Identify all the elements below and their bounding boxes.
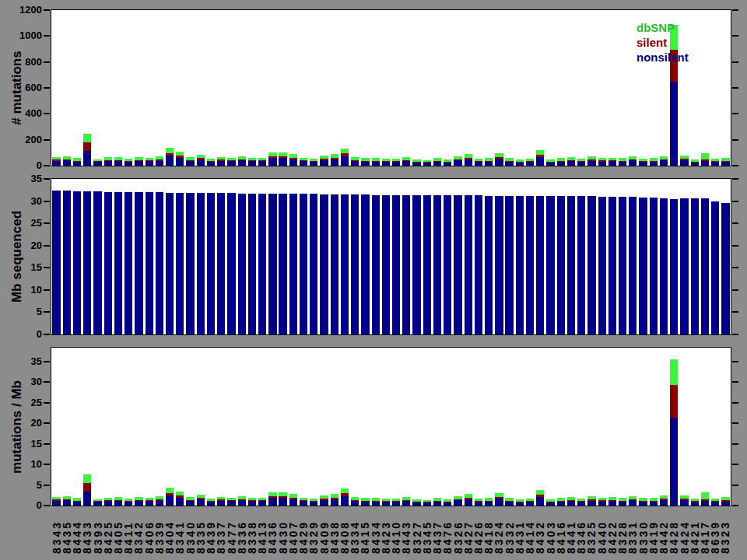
- y-tick: [732, 139, 738, 141]
- y-tick-label: 10: [2, 284, 42, 296]
- bar-segment-nonsilent-8404: [166, 156, 174, 166]
- bar-segment-nonsilent-8427: [465, 499, 472, 506]
- bar-segment-silent-8427: [465, 498, 472, 499]
- bar-segment-Mb sequenced-8343: [52, 191, 60, 334]
- bar-segment-dbSNP-8332: [505, 498, 513, 500]
- bar-segment-nonsilent-8334: [351, 501, 359, 506]
- y-tick: [44, 201, 50, 202]
- bar-segment-nonsilent-8405: [114, 161, 122, 166]
- bar-segment-dbSNP-8331: [629, 156, 637, 159]
- bar-segment-dbSNP-8406: [146, 158, 153, 160]
- bar-segment-silent-8440: [598, 160, 606, 161]
- bar-segment-silent-8340: [186, 160, 194, 161]
- bar-segment-dbSNP-8477: [227, 158, 235, 160]
- bar-segment-dbSNP-8332: [505, 158, 513, 160]
- bar-segment-silent-8340: [186, 500, 194, 501]
- bar-segment-nonsilent-8404: [166, 495, 174, 506]
- bar-segment-dbSNP-8416: [557, 498, 565, 500]
- bar-segment-nonsilent-8407: [289, 159, 297, 166]
- bar-segment-silent-8334: [351, 160, 359, 161]
- bar-segment-dbSNP-8414: [526, 159, 534, 161]
- bar-segment-nonsilent-8436: [268, 498, 276, 506]
- bar-segment-Mb sequenced-8428: [670, 199, 678, 334]
- bar-segment-Mb sequenced-8429: [300, 194, 307, 334]
- bar-segment-silent-8331: [629, 499, 637, 500]
- bar-segment-Mb sequenced-8409: [320, 194, 328, 334]
- bar-segment-dbSNP-8430: [279, 152, 286, 156]
- bar-segment-silent-8407: [289, 498, 297, 499]
- bar-segment-Mb sequenced-8340: [186, 193, 194, 334]
- y-tick: [732, 165, 738, 166]
- bar-segment-nonsilent-8429: [300, 161, 307, 166]
- bar-segment-nonsilent-8329: [310, 162, 317, 166]
- bar-segment-dbSNP-8342: [135, 157, 142, 160]
- bar-segment-nonsilent-8439: [207, 502, 215, 506]
- bar-segment-nonsilent-8435: [63, 500, 71, 506]
- bar-segment-silent-8477: [227, 500, 235, 501]
- bar-segment-silent-8443: [402, 500, 410, 501]
- bar-segment-nonsilent-8434: [372, 502, 380, 506]
- bar-segment-Mb sequenced-8422: [608, 197, 616, 334]
- bar-segment-Mb sequenced-8404: [166, 193, 174, 334]
- bar-segment-silent-8325: [587, 499, 595, 500]
- bar-segment-Mb sequenced-8442: [660, 198, 668, 334]
- bar-segment-nonsilent-8343: [52, 501, 60, 506]
- bar-segment-nonsilent-8328: [619, 162, 626, 166]
- bar-segment-nonsilent-8415: [361, 502, 369, 506]
- bar-segment-dbSNP-8424: [680, 156, 688, 159]
- bar-segment-nonsilent-8430: [279, 498, 286, 506]
- bar-segment-dbSNP-8393: [93, 159, 101, 162]
- bar-segment-Mb sequenced-8438: [331, 194, 338, 334]
- bar-segment-nonsilent-8477: [227, 161, 235, 166]
- bar-segment-nonsilent-8414: [526, 162, 534, 166]
- bar-segment-Mb sequenced-8426: [475, 195, 482, 334]
- bar-segment-dbSNP-8327: [412, 499, 420, 502]
- bar-segment-silent-8330: [639, 161, 647, 162]
- bar-segment-nonsilent-8421: [691, 502, 699, 506]
- bar-segment-nonsilent-8418: [485, 502, 493, 506]
- legend-item-silent: silent: [637, 35, 689, 50]
- bar-segment-silent-8341: [176, 495, 184, 498]
- bar-segment-silent-8476: [444, 502, 451, 502]
- bar-segment-Mb sequenced-8339: [156, 192, 163, 334]
- y-tick-label: 1000: [2, 30, 42, 42]
- bar-segment-dbSNP-8430: [279, 492, 286, 496]
- bar-segment-nonsilent-8340: [186, 501, 194, 506]
- y-tick: [44, 9, 50, 11]
- bar-segment-nonsilent-8393: [93, 502, 101, 506]
- bar-segment-dbSNP-8410: [392, 499, 400, 501]
- bar-segment-nonsilent-8433: [83, 492, 91, 506]
- y-tick: [44, 443, 50, 445]
- bar-segment-silent-8424: [680, 159, 688, 160]
- bar-segment-nonsilent-8424: [680, 500, 688, 506]
- bar-segment-nonsilent-8422: [608, 161, 616, 166]
- bar-segment-silent-8339: [156, 499, 163, 500]
- bar-segment-dbSNP-8421: [691, 499, 699, 501]
- bar-segment-nonsilent-8328: [619, 502, 626, 506]
- bar-segment-silent-8416: [557, 161, 565, 162]
- panel-num-mutations: 020040060080010001200: [51, 9, 731, 166]
- bar-segment-silent-8406: [146, 160, 153, 161]
- bar-segment-silent-8423: [382, 161, 390, 162]
- bar-segment-dbSNP-8407: [289, 494, 297, 498]
- bar-segment-nonsilent-8332: [505, 502, 513, 506]
- bar-segment-dbSNP-8409: [320, 156, 328, 159]
- bar-segment-Mb sequenced-8444: [73, 191, 81, 334]
- y-tick: [44, 505, 50, 506]
- bar-segment-dbSNP-8339: [156, 496, 163, 499]
- bar-segment-Mb sequenced-8403: [546, 196, 554, 334]
- bar-segment-silent-8343: [52, 499, 60, 500]
- bar-segment-Mb sequenced-8431: [516, 196, 524, 334]
- bar-segment-silent-8405: [114, 500, 122, 501]
- y-tick-label: 30: [2, 195, 42, 208]
- bar-segment-silent-8430: [279, 496, 286, 498]
- bar-segment-nonsilent-8326: [454, 500, 461, 506]
- bar-segment-nonsilent-8336: [238, 500, 246, 506]
- bar-segment-dbSNP-8415: [361, 498, 369, 501]
- bar-segment-nonsilent-8419: [650, 162, 658, 166]
- y-tick-label: 0: [2, 159, 42, 172]
- bar-segment-nonsilent-8438: [331, 499, 338, 506]
- bar-segment-nonsilent-8324: [495, 499, 503, 506]
- bar-segment-silent-8435: [63, 499, 71, 500]
- bar-segment-dbSNP-8434: [372, 158, 380, 160]
